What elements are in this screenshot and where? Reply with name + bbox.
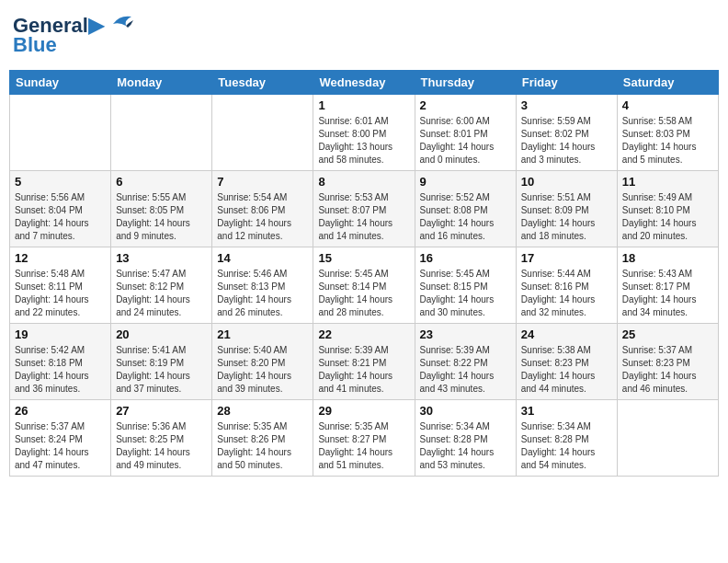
day-number: 9 — [420, 175, 511, 189]
calendar-day-cell: 17Sunrise: 5:44 AMSunset: 8:16 PMDayligh… — [516, 247, 617, 324]
day-number: 16 — [420, 251, 511, 265]
day-number: 14 — [217, 251, 308, 265]
day-info: Sunrise: 5:42 AMSunset: 8:18 PMDaylight:… — [15, 344, 106, 396]
day-number: 11 — [622, 175, 713, 189]
calendar-day-cell: 27Sunrise: 5:36 AMSunset: 8:25 PMDayligh… — [111, 400, 212, 477]
day-info: Sunrise: 5:38 AMSunset: 8:23 PMDaylight:… — [521, 344, 612, 396]
calendar-day-cell: 21Sunrise: 5:40 AMSunset: 8:20 PMDayligh… — [212, 324, 313, 400]
day-info: Sunrise: 5:40 AMSunset: 8:20 PMDaylight:… — [217, 344, 308, 396]
calendar-day-cell: 9Sunrise: 5:52 AMSunset: 8:08 PMDaylight… — [415, 171, 516, 247]
day-number: 28 — [217, 404, 308, 418]
calendar-day-cell: 4Sunrise: 5:58 AMSunset: 8:03 PMDaylight… — [617, 95, 718, 171]
calendar-day-cell: 26Sunrise: 5:37 AMSunset: 8:24 PMDayligh… — [10, 400, 111, 477]
calendar-day-cell: 18Sunrise: 5:43 AMSunset: 8:17 PMDayligh… — [617, 247, 718, 324]
day-number: 8 — [318, 175, 409, 189]
calendar-day-cell: 8Sunrise: 5:53 AMSunset: 8:07 PMDaylight… — [313, 171, 415, 247]
day-info: Sunrise: 6:01 AMSunset: 8:00 PMDaylight:… — [318, 115, 409, 167]
page-header: General▶ Blue — [9, 9, 719, 63]
day-info: Sunrise: 5:55 AMSunset: 8:05 PMDaylight:… — [116, 191, 207, 243]
day-info: Sunrise: 5:47 AMSunset: 8:12 PMDaylight:… — [116, 268, 207, 319]
logo: General▶ Blue — [13, 15, 133, 57]
day-info: Sunrise: 5:34 AMSunset: 8:28 PMDaylight:… — [521, 420, 612, 472]
calendar-day-cell: 2Sunrise: 6:00 AMSunset: 8:01 PMDaylight… — [415, 95, 516, 171]
day-number: 26 — [15, 404, 106, 418]
day-info: Sunrise: 5:44 AMSunset: 8:16 PMDaylight:… — [521, 268, 612, 319]
day-number: 12 — [15, 251, 106, 265]
calendar-day-cell: 24Sunrise: 5:38 AMSunset: 8:23 PMDayligh… — [516, 324, 617, 400]
weekday-header-saturday: Saturday — [617, 71, 718, 95]
day-number: 10 — [521, 175, 612, 189]
day-number: 31 — [521, 404, 612, 418]
calendar-day-cell: 10Sunrise: 5:51 AMSunset: 8:09 PMDayligh… — [516, 171, 617, 247]
day-info: Sunrise: 5:48 AMSunset: 8:11 PMDaylight:… — [15, 268, 106, 319]
day-number: 24 — [521, 327, 612, 341]
weekday-header-thursday: Thursday — [415, 71, 516, 95]
calendar-day-cell: 13Sunrise: 5:47 AMSunset: 8:12 PMDayligh… — [111, 247, 212, 324]
day-number: 6 — [116, 175, 207, 189]
calendar-day-cell: 28Sunrise: 5:35 AMSunset: 8:26 PMDayligh… — [212, 400, 313, 477]
calendar-day-cell — [111, 95, 212, 171]
calendar-day-cell: 19Sunrise: 5:42 AMSunset: 8:18 PMDayligh… — [10, 324, 111, 400]
day-number: 29 — [318, 404, 409, 418]
day-info: Sunrise: 5:41 AMSunset: 8:19 PMDaylight:… — [116, 344, 207, 396]
calendar-day-cell: 22Sunrise: 5:39 AMSunset: 8:21 PMDayligh… — [313, 324, 415, 400]
day-number: 5 — [15, 175, 106, 189]
day-info: Sunrise: 5:45 AMSunset: 8:15 PMDaylight:… — [420, 268, 511, 319]
calendar-week-row: 19Sunrise: 5:42 AMSunset: 8:18 PMDayligh… — [10, 324, 719, 400]
calendar-day-cell: 7Sunrise: 5:54 AMSunset: 8:06 PMDaylight… — [212, 171, 313, 247]
day-number: 3 — [521, 98, 612, 112]
day-info: Sunrise: 5:39 AMSunset: 8:21 PMDaylight:… — [318, 344, 409, 396]
day-info: Sunrise: 5:46 AMSunset: 8:13 PMDaylight:… — [217, 268, 308, 319]
day-number: 17 — [521, 251, 612, 265]
day-info: Sunrise: 5:45 AMSunset: 8:14 PMDaylight:… — [318, 268, 409, 319]
day-info: Sunrise: 5:37 AMSunset: 8:23 PMDaylight:… — [622, 344, 713, 396]
weekday-header-sunday: Sunday — [10, 71, 111, 95]
weekday-header-row: SundayMondayTuesdayWednesdayThursdayFrid… — [10, 71, 719, 95]
calendar-day-cell: 31Sunrise: 5:34 AMSunset: 8:28 PMDayligh… — [516, 400, 617, 477]
day-number: 27 — [116, 404, 207, 418]
day-number: 13 — [116, 251, 207, 265]
day-number: 25 — [622, 327, 713, 341]
calendar-day-cell: 16Sunrise: 5:45 AMSunset: 8:15 PMDayligh… — [415, 247, 516, 324]
calendar-week-row: 26Sunrise: 5:37 AMSunset: 8:24 PMDayligh… — [10, 400, 719, 477]
day-number: 30 — [420, 404, 511, 418]
day-number: 19 — [15, 327, 106, 341]
calendar-day-cell: 12Sunrise: 5:48 AMSunset: 8:11 PMDayligh… — [10, 247, 111, 324]
day-number: 21 — [217, 327, 308, 341]
day-info: Sunrise: 5:58 AMSunset: 8:03 PMDaylight:… — [622, 115, 713, 167]
weekday-header-wednesday: Wednesday — [313, 71, 415, 95]
day-info: Sunrise: 5:49 AMSunset: 8:10 PMDaylight:… — [622, 191, 713, 243]
calendar-day-cell: 3Sunrise: 5:59 AMSunset: 8:02 PMDaylight… — [516, 95, 617, 171]
day-number: 2 — [420, 98, 511, 112]
day-info: Sunrise: 5:53 AMSunset: 8:07 PMDaylight:… — [318, 191, 409, 243]
calendar-day-cell — [212, 95, 313, 171]
day-number: 23 — [420, 327, 511, 341]
day-info: Sunrise: 6:00 AMSunset: 8:01 PMDaylight:… — [420, 115, 511, 167]
day-number: 7 — [217, 175, 308, 189]
calendar-day-cell: 29Sunrise: 5:35 AMSunset: 8:27 PMDayligh… — [313, 400, 415, 477]
day-info: Sunrise: 5:54 AMSunset: 8:06 PMDaylight:… — [217, 191, 308, 243]
weekday-header-monday: Monday — [111, 71, 212, 95]
logo-bird-icon — [106, 13, 133, 33]
calendar-day-cell: 5Sunrise: 5:56 AMSunset: 8:04 PMDaylight… — [10, 171, 111, 247]
day-info: Sunrise: 5:39 AMSunset: 8:22 PMDaylight:… — [420, 344, 511, 396]
day-number: 18 — [622, 251, 713, 265]
calendar-day-cell: 23Sunrise: 5:39 AMSunset: 8:22 PMDayligh… — [415, 324, 516, 400]
day-number: 20 — [116, 327, 207, 341]
day-info: Sunrise: 5:36 AMSunset: 8:25 PMDaylight:… — [116, 420, 207, 472]
day-info: Sunrise: 5:59 AMSunset: 8:02 PMDaylight:… — [521, 115, 612, 167]
calendar-week-row: 5Sunrise: 5:56 AMSunset: 8:04 PMDaylight… — [10, 171, 719, 247]
calendar-day-cell: 30Sunrise: 5:34 AMSunset: 8:28 PMDayligh… — [415, 400, 516, 477]
day-info: Sunrise: 5:43 AMSunset: 8:17 PMDaylight:… — [622, 268, 713, 319]
calendar-day-cell: 25Sunrise: 5:37 AMSunset: 8:23 PMDayligh… — [617, 324, 718, 400]
calendar-day-cell: 20Sunrise: 5:41 AMSunset: 8:19 PMDayligh… — [111, 324, 212, 400]
calendar-day-cell: 14Sunrise: 5:46 AMSunset: 8:13 PMDayligh… — [212, 247, 313, 324]
calendar-day-cell: 15Sunrise: 5:45 AMSunset: 8:14 PMDayligh… — [313, 247, 415, 324]
day-number: 22 — [318, 327, 409, 341]
day-info: Sunrise: 5:37 AMSunset: 8:24 PMDaylight:… — [15, 420, 106, 472]
day-number: 15 — [318, 251, 409, 265]
day-info: Sunrise: 5:51 AMSunset: 8:09 PMDaylight:… — [521, 191, 612, 243]
calendar-day-cell — [617, 400, 718, 477]
day-info: Sunrise: 5:56 AMSunset: 8:04 PMDaylight:… — [15, 191, 106, 243]
weekday-header-tuesday: Tuesday — [212, 71, 313, 95]
